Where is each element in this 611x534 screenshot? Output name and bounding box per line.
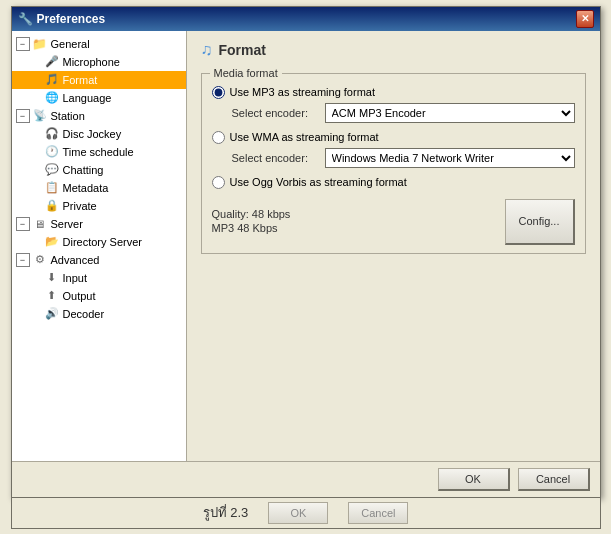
sidebar-label-station: Station (51, 110, 85, 122)
sidebar-label-server: Server (51, 218, 83, 230)
chat-icon: 💬 (44, 162, 60, 178)
quality-info: Quality: 48 kbps MP3 48 Kbps (212, 208, 291, 236)
sidebar-label-general: General (51, 38, 90, 50)
wma-encoder-select[interactable]: Windows Media 7 Network Writer (325, 148, 575, 168)
sidebar-item-general[interactable]: − 📁 General (12, 35, 186, 53)
dj-icon: 🎧 (44, 126, 60, 142)
dir-icon: 📂 (44, 234, 60, 250)
sidebar-label-language: Language (63, 92, 112, 104)
adv-icon: ⚙ (32, 252, 48, 268)
sidebar-item-microphone[interactable]: 🎤 Microphone (12, 53, 186, 71)
sidebar-item-directory-server[interactable]: 📂 Directory Server (12, 233, 186, 251)
config-button[interactable]: Config... (505, 199, 575, 245)
wma-radio[interactable] (212, 131, 225, 144)
title-bar: 🔧 Preferences ✕ (12, 7, 600, 31)
sidebar-item-input[interactable]: ⬇ Input (12, 269, 186, 287)
close-button[interactable]: ✕ (576, 10, 594, 28)
dialog-title: Preferences (37, 12, 106, 26)
toggle-advanced[interactable]: − (16, 253, 30, 267)
toggle-server[interactable]: − (16, 217, 30, 231)
sidebar-label-input: Input (63, 272, 87, 284)
group-box-label: Media format (210, 67, 282, 79)
quality-section: Quality: 48 kbps MP3 48 Kbps Config... (212, 199, 575, 245)
server-icon: 🖥 (32, 216, 48, 232)
dec-icon: 🔊 (44, 306, 60, 322)
lang-icon: 🌐 (44, 90, 60, 106)
caption-ok-button[interactable]: OK (268, 502, 328, 524)
output-icon: ⬆ (44, 288, 60, 304)
sidebar-item-metadata[interactable]: 📋 Metadata (12, 179, 186, 197)
sidebar-label-time-schedule: Time schedule (63, 146, 134, 158)
sidebar-item-private[interactable]: 🔒 Private (12, 197, 186, 215)
quality-label1: Quality: 48 kbps (212, 208, 291, 220)
sidebar-label-private: Private (63, 200, 97, 212)
mp3-radio-label: Use MP3 as streaming format (230, 86, 376, 98)
dialog-body: − 📁 General 🎤 Microphone 🎵 Format 🌐 Lang… (12, 31, 600, 461)
sidebar-item-language[interactable]: 🌐 Language (12, 89, 186, 107)
sidebar-label-disc-jockey: Disc Jockey (63, 128, 122, 140)
sidebar-label-microphone: Microphone (63, 56, 120, 68)
ogg-radio[interactable] (212, 176, 225, 189)
bottom-bar: OK Cancel (12, 461, 600, 497)
ok-button[interactable]: OK (438, 468, 510, 491)
wma-radio-row: Use WMA as streaming format (212, 131, 575, 144)
mic-icon: 🎤 (44, 54, 60, 70)
mp3-radio-row: Use MP3 as streaming format (212, 86, 575, 99)
section-title-text: Format (219, 42, 266, 58)
format-title-icon: ♫ (201, 41, 213, 59)
section-title: ♫ Format (201, 41, 586, 63)
station-icon: 📡 (32, 108, 48, 124)
sidebar-item-output[interactable]: ⬆ Output (12, 287, 186, 305)
input-icon: ⬇ (44, 270, 60, 286)
sidebar-label-format: Format (63, 74, 98, 86)
sidebar-label-chatting: Chatting (63, 164, 104, 176)
meta-icon: 📋 (44, 180, 60, 196)
sidebar-label-decoder: Decoder (63, 308, 105, 320)
sidebar-item-time-schedule[interactable]: 🕐 Time schedule (12, 143, 186, 161)
sidebar-item-chatting[interactable]: 💬 Chatting (12, 161, 186, 179)
cancel-button[interactable]: Cancel (518, 468, 590, 491)
sidebar-item-station[interactable]: − 📡 Station (12, 107, 186, 125)
wma-encoder-label: Select encoder: (232, 152, 317, 164)
toggle-station[interactable]: − (16, 109, 30, 123)
mp3-radio[interactable] (212, 86, 225, 99)
ogg-radio-label: Use Ogg Vorbis as streaming format (230, 176, 407, 188)
ogg-radio-row: Use Ogg Vorbis as streaming format (212, 176, 575, 189)
main-panel: ♫ Format Media format Use MP3 as streami… (187, 31, 600, 461)
sidebar-item-advanced[interactable]: − ⚙ Advanced (12, 251, 186, 269)
caption-cancel-button[interactable]: Cancel (348, 502, 408, 524)
sidebar-item-disc-jockey[interactable]: 🎧 Disc Jockey (12, 125, 186, 143)
mp3-encoder-select[interactable]: ACM MP3 Encoder (325, 103, 575, 123)
sidebar-item-decoder[interactable]: 🔊 Decoder (12, 305, 186, 323)
mp3-encoder-label: Select encoder: (232, 107, 317, 119)
wma-encoder-row: Select encoder: Windows Media 7 Network … (232, 148, 575, 168)
folder-icon-general: 📁 (32, 36, 48, 52)
clock-icon: 🕐 (44, 144, 60, 160)
toggle-general[interactable]: − (16, 37, 30, 51)
sidebar-label-metadata: Metadata (63, 182, 109, 194)
sidebar-label-advanced: Advanced (51, 254, 100, 266)
media-format-group: Media format Use MP3 as streaming format… (201, 73, 586, 254)
sidebar: − 📁 General 🎤 Microphone 🎵 Format 🌐 Lang… (12, 31, 187, 461)
priv-icon: 🔒 (44, 198, 60, 214)
caption-text: รูปที่ 2.3 (203, 502, 249, 523)
title-bar-left: 🔧 Preferences (18, 12, 106, 26)
wma-radio-label: Use WMA as streaming format (230, 131, 379, 143)
quality-label2: MP3 48 Kbps (212, 222, 291, 234)
preferences-dialog: 🔧 Preferences ✕ − 📁 General 🎤 Microphone… (11, 6, 601, 498)
sidebar-item-format[interactable]: 🎵 Format (12, 71, 186, 89)
sidebar-label-output: Output (63, 290, 96, 302)
music-icon-format: 🎵 (44, 72, 60, 88)
sidebar-label-directory-server: Directory Server (63, 236, 142, 248)
caption-bar: รูปที่ 2.3 OK Cancel (11, 498, 601, 529)
mp3-encoder-row: Select encoder: ACM MP3 Encoder (232, 103, 575, 123)
sidebar-item-server[interactable]: − 🖥 Server (12, 215, 186, 233)
